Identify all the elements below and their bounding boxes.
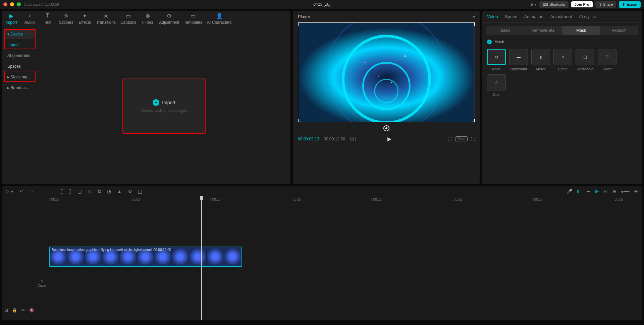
ruler-tick: 00:35	[612, 198, 623, 201]
ruler-tick: 00:15	[290, 198, 301, 201]
group-tool[interactable]: ⧉	[98, 188, 101, 194]
svg-point-6	[405, 55, 406, 57]
marker-tool[interactable]: ◇	[88, 189, 92, 194]
mask-heart[interactable]: ♡Heart	[598, 49, 616, 71]
crop-icon[interactable]: ⛶	[448, 137, 452, 141]
import-subtitle: Videos, audios, and images	[142, 109, 187, 113]
properties-panel: VideoSpeedAnimationAdjustmentAI stylize …	[482, 11, 642, 184]
timeline-panel: ▷ ▾ ↶ ↷ ‖ ⟦ ⟧ ▢ ◇ ⧉ ◔ ▲ ⟲ ◫ 🎤 ⊫ ⊶ ⊪ ⊡ ⊖ …	[2, 186, 642, 320]
tool-ai-characters[interactable]: 👤AI Characters	[207, 13, 231, 25]
rotate-tool[interactable]: ⟲	[128, 189, 132, 194]
mask-rectangle[interactable]: ▢Rectangle	[576, 49, 594, 71]
minimize-icon[interactable]	[10, 2, 14, 6]
delete-tool[interactable]: ▢	[77, 189, 82, 194]
shortcuts-button[interactable]: ⌨ Shortcuts	[539, 1, 568, 8]
snap-tool[interactable]: ⊪	[595, 189, 599, 194]
tool-templates[interactable]: ▭Templates	[184, 13, 202, 25]
mirror-tool[interactable]: ▲	[117, 189, 122, 194]
ruler-tick: 00:00	[49, 198, 60, 201]
current-time: 00:00:09:13	[298, 137, 319, 141]
sidebar-item-brand-assets[interactable]: ▸ Brand assets	[4, 83, 36, 93]
sidebar-item-spaces[interactable]: Spaces	[4, 61, 36, 71]
share-button[interactable]: ⇪ Share	[595, 1, 616, 8]
sub-tab-mask[interactable]: Mask	[562, 26, 600, 35]
sidebar-item-stock-mate-[interactable]: ▸ Stock mate...	[4, 72, 36, 82]
tool-adjustment[interactable]: ⚙Adjustment	[159, 13, 179, 25]
visibility-icon[interactable]: 👁	[21, 308, 25, 313]
close-icon[interactable]	[3, 2, 7, 6]
magnet-tool[interactable]: ⊫	[577, 189, 581, 194]
mask-none[interactable]: ⊘None	[487, 49, 506, 71]
ruler-tick: 00:05	[129, 198, 140, 201]
mask-star[interactable]: ☆Star	[487, 74, 506, 96]
mic-icon[interactable]: 🎤	[567, 189, 572, 194]
svg-point-5	[364, 62, 366, 63]
split-right-tool[interactable]: ⟧	[69, 189, 71, 194]
tool-filters[interactable]: ⊜Filters	[141, 13, 154, 25]
video-clip[interactable]: Seamless loop motion graphic of flying i…	[49, 247, 242, 267]
preview-tool[interactable]: ⊡	[604, 189, 608, 194]
mask-toggle[interactable]: ✓	[487, 40, 492, 44]
play-button[interactable]: ▶	[387, 136, 391, 142]
speed-tool[interactable]: ◔	[107, 189, 111, 194]
sidebar-item-ai-generated[interactable]: AI generated	[4, 51, 36, 61]
plus-icon: +	[153, 99, 159, 106]
sidebar-item-import[interactable]: Import	[4, 40, 36, 50]
sub-tab-basic[interactable]: Basic	[486, 26, 524, 35]
undo-button[interactable]: ↶	[19, 189, 23, 194]
import-dropzone[interactable]: + Import Videos, audios, and images	[122, 78, 206, 134]
join-pro-button[interactable]: Join Pro	[571, 1, 593, 7]
autosave-status: Auto saved: 15:00:56	[24, 2, 59, 6]
split-tool[interactable]: ‖	[52, 189, 55, 194]
tool-import[interactable]: ▶Import	[5, 13, 18, 25]
player-menu-icon[interactable]: ≡	[472, 14, 475, 19]
sidebar-item-device[interactable]: ▾ Device	[4, 29, 36, 39]
prop-tab-animation[interactable]: Animation	[524, 14, 544, 19]
mute-icon[interactable]: 🔇	[29, 308, 34, 313]
mask-horizontal[interactable]: ▬Horizontal	[509, 49, 528, 71]
layout-icon[interactable]: ⊞ ▾	[530, 2, 537, 7]
tool-stickers[interactable]: ☺Stickers	[59, 13, 73, 25]
redo-button[interactable]: ↷	[30, 189, 34, 194]
prop-tab-adjustment[interactable]: Adjustment	[550, 14, 572, 19]
import-label: Import	[162, 100, 175, 105]
mask-heading: Mask	[494, 40, 504, 44]
playhead[interactable]	[201, 196, 202, 320]
video-preview[interactable]	[298, 22, 475, 122]
anchor-icon[interactable]	[383, 125, 389, 131]
ruler-tick: 00:30	[532, 198, 543, 201]
maximize-icon[interactable]	[17, 2, 21, 6]
cover-button[interactable]: ✎Cover	[38, 279, 47, 287]
prop-tab-ai-stylize[interactable]: AI stylize	[579, 14, 596, 19]
lock-icon[interactable]: 🔒	[12, 308, 17, 313]
prop-tab-video[interactable]: Video	[487, 14, 498, 19]
tool-text[interactable]: TText	[41, 13, 54, 25]
titlebar: Auto saved: 15:00:56 0423 (16) ⊞ ▾ ⌨ Sho…	[0, 0, 644, 9]
export-button[interactable]: ⬆ Export	[619, 1, 641, 8]
media-panel: ▶Import♪AudioTText☺Stickers✦Effects⋈Tran…	[2, 11, 290, 184]
window-controls[interactable]	[3, 2, 21, 6]
prop-tab-speed[interactable]: Speed	[505, 14, 518, 19]
duration: 00:00:12:00	[324, 137, 345, 141]
sub-tab-retouch[interactable]: Retouch	[600, 26, 638, 35]
tool-transitions[interactable]: ⋈Transitions	[96, 13, 116, 25]
tool-captions[interactable]: ▭Captions	[120, 13, 136, 25]
crop-tool[interactable]: ◫	[138, 189, 142, 194]
sub-tab-remove-bg[interactable]: Remove BG	[524, 26, 562, 35]
tool-effects[interactable]: ✦Effects	[78, 13, 92, 25]
tool-audio[interactable]: ♪Audio	[23, 13, 36, 25]
svg-rect-0	[299, 23, 474, 122]
split-left-tool[interactable]: ⟦	[61, 189, 63, 194]
zoom-in[interactable]: ⊕	[634, 189, 638, 194]
link-tool[interactable]: ⊶	[586, 189, 590, 194]
zoom-out[interactable]: ⊖	[612, 189, 616, 194]
mask-mirror[interactable]: ⫼Mirror	[531, 49, 550, 71]
ruler-tick: 00:25	[451, 198, 462, 201]
expand-icon[interactable]: ⊡	[5, 308, 8, 313]
mask-circle[interactable]: ○Circle	[553, 49, 572, 71]
fullscreen-icon[interactable]: ⛶	[471, 137, 475, 141]
project-title: 0423 (16)	[313, 2, 330, 7]
ratio-button[interactable]: Ratio	[455, 136, 468, 141]
pointer-tool[interactable]: ▷ ▾	[6, 189, 13, 194]
zoom-slider[interactable]: ●━━	[621, 189, 629, 194]
